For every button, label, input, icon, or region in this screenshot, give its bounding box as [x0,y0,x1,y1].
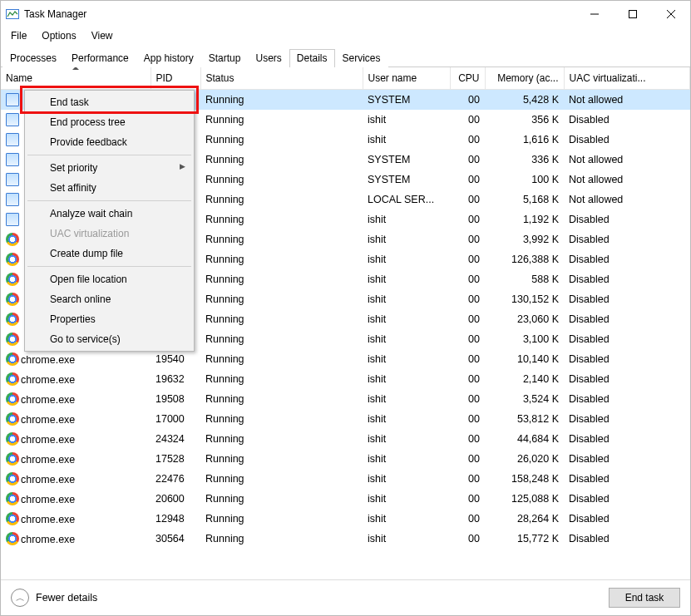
tab-details[interactable]: Details [289,49,335,67]
table-row[interactable]: chrome.exe20600Runningishit00125,088 KDi… [1,489,690,509]
menu-item-set-affinity[interactable]: Set affinity [27,178,192,198]
menu-file[interactable]: File [4,28,33,43]
menu-item-search-online[interactable]: Search online [27,289,192,309]
chrome-icon [6,352,19,366]
cell-user: ishit [363,130,450,150]
tab-users[interactable]: Users [248,49,289,67]
table-row[interactable]: chrome.exe19540Runningishit0010,140 KDis… [1,349,690,369]
cell-memory: 53,812 K [485,409,564,429]
cell-cpu: 00 [450,229,485,249]
table-row[interactable]: chrome.exe19508Runningishit003,524 KDisa… [1,389,690,409]
table-row[interactable]: chrome.exe24324Runningishit0044,684 KDis… [1,429,690,449]
cell-memory: 100 K [485,170,564,190]
cell-status: Running [200,509,363,529]
cell-user: ishit [363,349,450,369]
col-header-name[interactable]: Name [1,67,151,90]
table-row[interactable]: chrome.exe30564Runningishit0015,772 KDis… [1,529,690,549]
cell-status: Running [200,150,363,170]
col-header-cpu[interactable]: CPU [450,67,485,90]
cell-pid: 19508 [151,389,200,409]
process-icon [6,193,19,206]
cell-status: Running [200,369,363,389]
tab-app-history[interactable]: App history [136,49,201,67]
maximize-button[interactable] [614,1,652,27]
table-row[interactable]: chrome.exe19632Runningishit002,140 KDisa… [1,369,690,389]
cell-user: ishit [363,409,450,429]
menu-item-properties[interactable]: Properties [27,309,192,329]
cell-memory: 44,684 K [485,429,564,449]
table-row[interactable]: chrome.exe17000Runningishit0053,812 KDis… [1,409,690,429]
cell-memory: 26,020 K [485,449,564,469]
cell-memory: 126,388 K [485,249,564,269]
process-icon [6,133,19,146]
menu-options[interactable]: Options [35,28,82,43]
footer: ︿ Fewer details End task [1,580,690,615]
cell-uac: Disabled [564,469,690,489]
cell-cpu: 00 [450,429,485,449]
close-button[interactable] [652,1,690,27]
process-icon [6,113,19,126]
fewer-details-button[interactable]: ︿ Fewer details [11,589,97,607]
cell-user: ishit [363,429,450,449]
titlebar: Task Manager [1,1,690,27]
cell-user: ishit [363,489,450,509]
menu-separator [27,266,191,267]
cell-status: Running [200,269,363,289]
chrome-icon [6,532,19,545]
cell-pid: 24324 [151,429,200,449]
menu-item-provide-feedback[interactable]: Provide feedback [27,132,192,152]
cell-user: ishit [363,249,450,269]
cell-cpu: 00 [450,90,485,110]
cell-user: SYSTEM [363,150,450,170]
cell-status: Running [200,329,363,349]
cell-uac: Disabled [564,449,690,469]
cell-uac: Disabled [564,509,690,529]
cell-cpu: 00 [450,489,485,509]
menu-item-set-priority[interactable]: Set priority [27,158,192,178]
cell-status: Running [200,489,363,509]
table-row[interactable]: chrome.exe12948Runningishit0028,264 KDis… [1,509,690,529]
cell-status: Running [200,449,363,469]
cell-status: Running [200,409,363,429]
cell-memory: 10,140 K [485,349,564,369]
cell-memory: 15,772 K [485,529,564,549]
table-row[interactable]: chrome.exe22476Runningishit00158,248 KDi… [1,469,690,489]
process-name: chrome.exe [21,394,75,406]
cell-uac: Disabled [564,529,690,549]
tab-processes[interactable]: Processes [2,49,64,67]
cell-memory: 158,248 K [485,469,564,489]
col-header-user[interactable]: User name [363,67,450,90]
cell-cpu: 00 [450,170,485,190]
process-icon [6,173,19,186]
menu-item-end-process-tree[interactable]: End process tree [27,112,192,132]
menu-item-create-dump-file[interactable]: Create dump file [27,244,192,264]
end-task-button[interactable]: End task [609,588,680,608]
col-header-pid[interactable]: PID [151,67,200,90]
cell-uac: Not allowed [564,190,690,209]
menu-item-analyze-wait-chain[interactable]: Analyze wait chain [27,204,192,224]
tab-performance[interactable]: Performance [64,49,136,67]
cell-cpu: 00 [450,449,485,469]
cell-status: Running [200,110,363,130]
table-row[interactable]: chrome.exe17528Runningishit0026,020 KDis… [1,449,690,469]
tab-startup[interactable]: Startup [201,49,249,67]
process-table: Name PID Status User name CPU Memory (ac… [1,67,690,580]
cell-user: SYSTEM [363,90,450,110]
cell-memory: 3,524 K [485,389,564,409]
cell-cpu: 00 [450,209,485,229]
cell-uac: Not allowed [564,150,690,170]
col-header-memory[interactable]: Memory (ac... [485,67,564,90]
menu-item-end-task[interactable]: End task [27,92,192,112]
menu-item-open-file-location[interactable]: Open file location [27,269,192,289]
cell-pid: 12948 [151,509,200,529]
cell-cpu: 00 [450,110,485,130]
process-name: chrome.exe [21,414,75,426]
col-header-uac[interactable]: UAC virtualizati... [564,67,690,90]
tab-services[interactable]: Services [335,49,388,67]
col-header-status[interactable]: Status [200,67,363,90]
chrome-icon [6,432,19,446]
menu-view[interactable]: View [85,28,120,43]
cell-uac: Disabled [564,110,690,130]
menu-item-go-to-service-s[interactable]: Go to service(s) [27,329,192,349]
minimize-button[interactable] [575,1,614,27]
